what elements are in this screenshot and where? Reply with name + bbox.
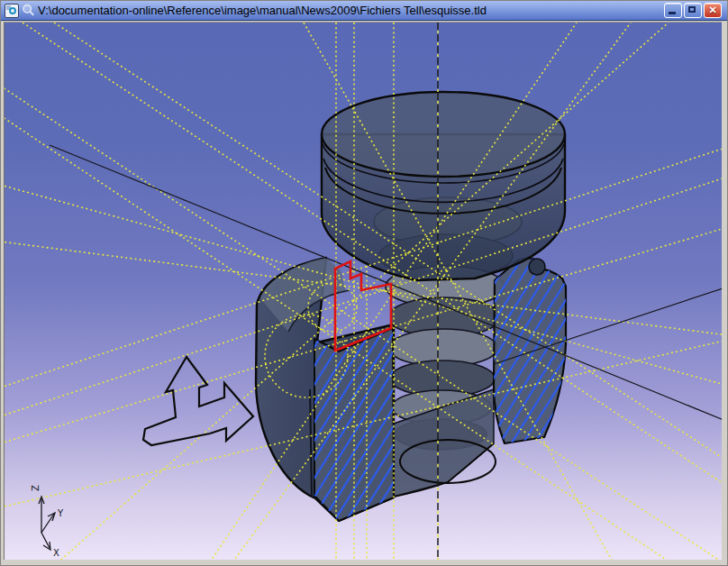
minimize-button[interactable] (664, 3, 682, 18)
window-buttons: ✕ (664, 3, 722, 18)
magnifier-icon (22, 4, 35, 17)
window-title: V:\documentation-online\Reference\image\… (38, 4, 660, 17)
screw-head (322, 92, 565, 280)
axis-label-z: Z (31, 485, 41, 491)
axis-triad: Y X Z (31, 485, 64, 558)
direction-arrows-icon[interactable] (143, 357, 253, 445)
maximize-button[interactable] (684, 3, 702, 18)
cad-drawing: Y X Z (4, 22, 722, 560)
close-button[interactable]: ✕ (704, 3, 722, 18)
minimize-icon (669, 12, 676, 14)
close-icon: ✕ (705, 4, 721, 17)
maximize-icon (688, 6, 696, 13)
axis-label-y: Y (57, 508, 64, 518)
cad-window: V:\documentation-online\Reference\image\… (0, 0, 728, 566)
screw-nut-model (256, 92, 566, 521)
viewport[interactable]: Y X Z (4, 22, 722, 560)
image-document-icon (5, 4, 19, 18)
title-bar[interactable]: V:\documentation-online\Reference\image\… (1, 1, 727, 21)
thread-notch (529, 259, 545, 275)
axis-label-x: X (53, 548, 59, 558)
